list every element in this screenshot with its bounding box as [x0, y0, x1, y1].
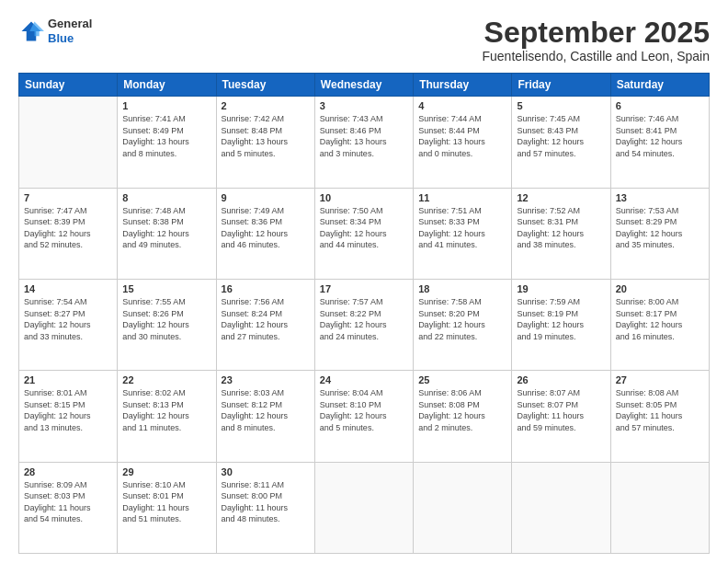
calendar-cell: 6Sunrise: 7:46 AM Sunset: 8:41 PM Daylig… [610, 97, 709, 188]
calendar-cell: 14Sunrise: 7:54 AM Sunset: 8:27 PM Dayli… [19, 279, 118, 370]
calendar-cell: 1Sunrise: 7:41 AM Sunset: 8:49 PM Daylig… [118, 97, 216, 188]
day-info: Sunrise: 8:06 AM Sunset: 8:08 PM Dayligh… [418, 387, 506, 433]
day-number: 29 [122, 466, 210, 477]
day-number: 15 [122, 283, 210, 294]
day-info: Sunrise: 7:49 AM Sunset: 8:36 PM Dayligh… [222, 205, 310, 251]
calendar-cell: 23Sunrise: 8:03 AM Sunset: 8:12 PM Dayli… [216, 371, 314, 462]
logo-icon [18, 18, 44, 44]
weekday-header-friday: Friday [512, 74, 610, 97]
day-info: Sunrise: 7:53 AM Sunset: 8:29 PM Dayligh… [616, 205, 704, 251]
weekday-header-saturday: Saturday [610, 74, 709, 97]
calendar-cell: 10Sunrise: 7:50 AM Sunset: 8:34 PM Dayli… [314, 188, 413, 279]
calendar-cell: 3Sunrise: 7:43 AM Sunset: 8:46 PM Daylig… [314, 97, 413, 188]
calendar-cell [512, 462, 610, 553]
calendar-cell: 17Sunrise: 7:57 AM Sunset: 8:22 PM Dayli… [314, 279, 413, 370]
day-number: 9 [222, 192, 310, 203]
day-info: Sunrise: 7:54 AM Sunset: 8:27 PM Dayligh… [24, 296, 112, 342]
calendar-title: September 2025 [482, 17, 710, 49]
day-info: Sunrise: 7:50 AM Sunset: 8:34 PM Dayligh… [320, 205, 408, 251]
calendar-week-row: 1Sunrise: 7:41 AM Sunset: 8:49 PM Daylig… [19, 97, 710, 188]
calendar-header: SundayMondayTuesdayWednesdayThursdayFrid… [19, 74, 710, 97]
day-info: Sunrise: 8:10 AM Sunset: 8:01 PM Dayligh… [122, 479, 210, 525]
calendar-cell: 28Sunrise: 8:09 AM Sunset: 8:03 PM Dayli… [19, 462, 118, 553]
day-info: Sunrise: 8:11 AM Sunset: 8:00 PM Dayligh… [222, 479, 310, 525]
calendar-cell: 30Sunrise: 8:11 AM Sunset: 8:00 PM Dayli… [216, 462, 314, 553]
calendar-week-row: 14Sunrise: 7:54 AM Sunset: 8:27 PM Dayli… [19, 279, 710, 370]
weekday-header-monday: Monday [118, 74, 216, 97]
calendar-cell: 27Sunrise: 8:08 AM Sunset: 8:05 PM Dayli… [610, 371, 709, 462]
calendar-cell: 2Sunrise: 7:42 AM Sunset: 8:48 PM Daylig… [216, 97, 314, 188]
day-info: Sunrise: 8:09 AM Sunset: 8:03 PM Dayligh… [24, 479, 112, 525]
day-number: 11 [418, 192, 506, 203]
calendar-week-row: 7Sunrise: 7:47 AM Sunset: 8:39 PM Daylig… [19, 188, 710, 279]
calendar-cell: 5Sunrise: 7:45 AM Sunset: 8:43 PM Daylig… [512, 97, 610, 188]
calendar-cell [314, 462, 413, 553]
page: General Blue September 2025 Fuentelisend… [0, 0, 728, 563]
calendar-week-row: 28Sunrise: 8:09 AM Sunset: 8:03 PM Dayli… [19, 462, 710, 553]
day-number: 16 [222, 283, 310, 294]
calendar-cell [610, 462, 709, 553]
day-info: Sunrise: 7:41 AM Sunset: 8:49 PM Dayligh… [122, 113, 210, 159]
header-row: SundayMondayTuesdayWednesdayThursdayFrid… [19, 74, 710, 97]
day-info: Sunrise: 7:57 AM Sunset: 8:22 PM Dayligh… [320, 296, 408, 342]
calendar-table: SundayMondayTuesdayWednesdayThursdayFrid… [18, 73, 710, 554]
calendar-cell: 4Sunrise: 7:44 AM Sunset: 8:44 PM Daylig… [414, 97, 512, 188]
calendar-cell: 15Sunrise: 7:55 AM Sunset: 8:26 PM Dayli… [118, 279, 216, 370]
day-info: Sunrise: 8:01 AM Sunset: 8:15 PM Dayligh… [24, 387, 112, 433]
weekday-header-tuesday: Tuesday [216, 74, 314, 97]
day-info: Sunrise: 8:00 AM Sunset: 8:17 PM Dayligh… [616, 296, 704, 342]
day-info: Sunrise: 7:55 AM Sunset: 8:26 PM Dayligh… [122, 296, 210, 342]
day-number: 20 [616, 283, 704, 294]
day-info: Sunrise: 7:43 AM Sunset: 8:46 PM Dayligh… [320, 113, 408, 159]
logo-text: General Blue [48, 17, 92, 45]
calendar-cell: 29Sunrise: 8:10 AM Sunset: 8:01 PM Dayli… [118, 462, 216, 553]
calendar-cell: 22Sunrise: 8:02 AM Sunset: 8:13 PM Dayli… [118, 371, 216, 462]
day-number: 28 [24, 466, 112, 477]
calendar-body: 1Sunrise: 7:41 AM Sunset: 8:49 PM Daylig… [19, 97, 710, 554]
day-number: 30 [222, 466, 310, 477]
day-number: 23 [222, 374, 310, 385]
day-info: Sunrise: 8:02 AM Sunset: 8:13 PM Dayligh… [122, 387, 210, 433]
day-number: 12 [517, 192, 605, 203]
day-info: Sunrise: 7:47 AM Sunset: 8:39 PM Dayligh… [24, 205, 112, 251]
day-number: 1 [122, 100, 210, 111]
day-number: 22 [122, 374, 210, 385]
calendar-cell: 9Sunrise: 7:49 AM Sunset: 8:36 PM Daylig… [216, 188, 314, 279]
day-number: 24 [320, 374, 408, 385]
day-number: 8 [122, 192, 210, 203]
calendar-cell: 19Sunrise: 7:59 AM Sunset: 8:19 PM Dayli… [512, 279, 610, 370]
day-info: Sunrise: 7:46 AM Sunset: 8:41 PM Dayligh… [616, 113, 704, 159]
day-info: Sunrise: 7:59 AM Sunset: 8:19 PM Dayligh… [517, 296, 605, 342]
day-number: 18 [418, 283, 506, 294]
day-info: Sunrise: 7:58 AM Sunset: 8:20 PM Dayligh… [418, 296, 506, 342]
calendar-cell: 7Sunrise: 7:47 AM Sunset: 8:39 PM Daylig… [19, 188, 118, 279]
weekday-header-thursday: Thursday [414, 74, 512, 97]
header: General Blue September 2025 Fuentelisend… [18, 17, 710, 63]
day-number: 17 [320, 283, 408, 294]
calendar-cell [19, 97, 118, 188]
day-number: 27 [616, 374, 704, 385]
day-info: Sunrise: 7:44 AM Sunset: 8:44 PM Dayligh… [418, 113, 506, 159]
logo-general-text: General [48, 17, 92, 31]
calendar-cell: 20Sunrise: 8:00 AM Sunset: 8:17 PM Dayli… [610, 279, 709, 370]
calendar-cell: 16Sunrise: 7:56 AM Sunset: 8:24 PM Dayli… [216, 279, 314, 370]
day-number: 6 [616, 100, 704, 111]
logo: General Blue [18, 17, 92, 45]
day-info: Sunrise: 8:03 AM Sunset: 8:12 PM Dayligh… [222, 387, 310, 433]
day-info: Sunrise: 7:56 AM Sunset: 8:24 PM Dayligh… [222, 296, 310, 342]
day-info: Sunrise: 7:52 AM Sunset: 8:31 PM Dayligh… [517, 205, 605, 251]
calendar-cell: 25Sunrise: 8:06 AM Sunset: 8:08 PM Dayli… [414, 371, 512, 462]
day-number: 21 [24, 374, 112, 385]
day-info: Sunrise: 8:07 AM Sunset: 8:07 PM Dayligh… [517, 387, 605, 433]
day-info: Sunrise: 7:48 AM Sunset: 8:38 PM Dayligh… [122, 205, 210, 251]
calendar-cell: 11Sunrise: 7:51 AM Sunset: 8:33 PM Dayli… [414, 188, 512, 279]
day-number: 7 [24, 192, 112, 203]
calendar-cell: 21Sunrise: 8:01 AM Sunset: 8:15 PM Dayli… [19, 371, 118, 462]
day-number: 25 [418, 374, 506, 385]
calendar-subtitle: Fuentelisendo, Castille and Leon, Spain [482, 49, 710, 63]
calendar-cell: 24Sunrise: 8:04 AM Sunset: 8:10 PM Dayli… [314, 371, 413, 462]
day-info: Sunrise: 7:51 AM Sunset: 8:33 PM Dayligh… [418, 205, 506, 251]
calendar-cell [414, 462, 512, 553]
day-number: 3 [320, 100, 408, 111]
calendar-cell: 13Sunrise: 7:53 AM Sunset: 8:29 PM Dayli… [610, 188, 709, 279]
